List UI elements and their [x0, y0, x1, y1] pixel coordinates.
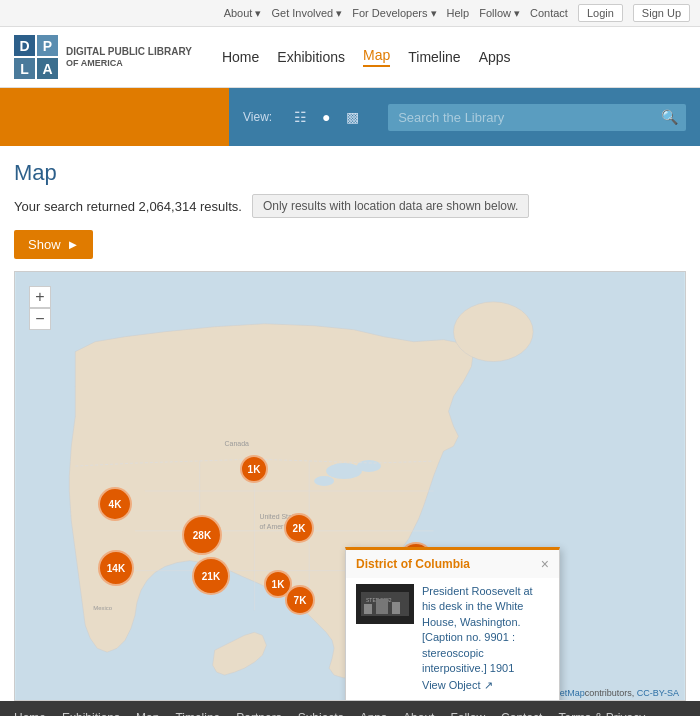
topbar-follow[interactable]: Follow ▾ [479, 7, 520, 20]
svg-rect-18 [392, 602, 400, 614]
zoom-out-button[interactable]: − [29, 308, 51, 330]
nav-map[interactable]: Map [363, 47, 390, 67]
footer-follow[interactable]: Follow [450, 711, 485, 716]
logo-l: L [14, 58, 35, 79]
footer-timeline[interactable]: Timeline [175, 711, 220, 716]
popup-header: District of Columbia × [346, 550, 559, 578]
signup-button[interactable]: Sign Up [633, 4, 690, 22]
search-input[interactable] [388, 104, 686, 131]
topbar-about[interactable]: About ▾ [224, 7, 262, 20]
view-grid-icon[interactable]: ☷ [290, 107, 310, 127]
info-badge: Only results with location data are show… [252, 194, 529, 218]
footer-contact[interactable]: Contact [501, 711, 542, 716]
footer-exhibitions[interactable]: Exhibitions [62, 711, 120, 716]
main-nav: Home Exhibitions Map Timeline Apps [222, 47, 511, 67]
logo-a: A [37, 58, 58, 79]
external-link-icon: ↗ [484, 678, 493, 693]
popup-title: District of Columbia [356, 557, 470, 571]
cluster-1k-wa[interactable]: 1K [240, 455, 268, 483]
footer-map[interactable]: Map [136, 711, 159, 716]
search-box: 🔍 [388, 104, 686, 131]
zoom-in-button[interactable]: + [29, 286, 51, 308]
svg-point-2 [357, 460, 381, 472]
nav-exhibitions[interactable]: Exhibitions [277, 49, 345, 65]
cluster-14k[interactable]: 14K [98, 550, 134, 586]
svg-rect-16 [364, 604, 372, 614]
logo-text: DIGITAL PUBLIC LIBRARY OF AMERICA [66, 45, 192, 70]
footer-about[interactable]: About [403, 711, 434, 716]
logo-squares: D P L A [14, 35, 58, 79]
topbar-contact[interactable]: Contact [530, 7, 568, 19]
footer-nav: Home Exhibitions Map Timeline Partners S… [0, 701, 700, 716]
login-button[interactable]: Login [578, 4, 623, 22]
nav-timeline[interactable]: Timeline [408, 49, 460, 65]
popup-thumb-1: STEP 9082 [356, 584, 414, 624]
cluster-7k[interactable]: 7K [285, 585, 315, 615]
topbar-get-involved[interactable]: Get Involved ▾ [271, 7, 342, 20]
cluster-28k[interactable]: 28K [182, 515, 222, 555]
footer-terms[interactable]: Terms & Privacy [558, 711, 645, 716]
logo[interactable]: D P L A DIGITAL PUBLIC LIBRARY OF AMERIC… [14, 35, 192, 79]
header: D P L A DIGITAL PUBLIC LIBRARY OF AMERIC… [0, 27, 700, 88]
chevron-right-icon: ► [67, 237, 80, 252]
nav-home[interactable]: Home [222, 49, 259, 65]
svg-text:Mexico: Mexico [93, 605, 113, 611]
cluster-4k[interactable]: 4K [98, 487, 132, 521]
topbar-help[interactable]: Help [447, 7, 470, 19]
hero-orange-block [0, 88, 229, 146]
result-count: Your search returned 2,064,314 results. [14, 199, 242, 214]
footer-subjects[interactable]: Subjects [298, 711, 344, 716]
search-result-row: Your search returned 2,064,314 results. … [14, 194, 686, 218]
view-icons: ☷ ● ▩ [290, 107, 362, 127]
topbar-for-developers[interactable]: For Developers ▾ [352, 7, 436, 20]
search-icon[interactable]: 🔍 [661, 109, 678, 125]
popup-body: STEP 9082 President Roosevelt at his des… [346, 578, 559, 701]
cluster-2k[interactable]: 2K [284, 513, 314, 543]
page-title: Map [14, 160, 686, 186]
map-popup: District of Columbia × STEP 9082 [345, 547, 560, 701]
popup-item-1: STEP 9082 President Roosevelt at his des… [356, 584, 549, 701]
svg-point-1 [326, 463, 362, 479]
view-label: View: [243, 110, 272, 124]
footer-apps[interactable]: Apps [360, 711, 387, 716]
show-button[interactable]: Show ► [14, 230, 93, 259]
svg-point-3 [314, 476, 334, 486]
logo-p: P [37, 35, 58, 56]
search-block: View: ☷ ● ▩ 🔍 [229, 88, 700, 146]
nav-apps[interactable]: Apps [479, 49, 511, 65]
logo-d: D [14, 35, 35, 56]
view-chart-icon[interactable]: ▩ [342, 107, 362, 127]
cc-link[interactable]: CC-BY-SA [637, 688, 679, 698]
view-object-1-link[interactable]: View Object ↗ [422, 678, 549, 693]
svg-point-8 [454, 302, 534, 362]
map-zoom-controls: + − [29, 286, 51, 330]
map-container[interactable]: United States of America Canada Mexico +… [14, 271, 686, 701]
popup-close-button[interactable]: × [541, 556, 549, 572]
view-map-icon[interactable]: ● [316, 107, 336, 127]
footer-home[interactable]: Home [14, 711, 46, 716]
popup-item-1-text: President Roosevelt at his desk in the W… [422, 584, 549, 694]
top-bar: About ▾ Get Involved ▾ For Developers ▾ … [0, 0, 700, 27]
search-strip: View: ☷ ● ▩ 🔍 [0, 88, 700, 146]
svg-rect-17 [376, 599, 388, 614]
footer-partners[interactable]: Partners [236, 711, 281, 716]
svg-text:Canada: Canada [225, 440, 249, 447]
cluster-21k[interactable]: 21K [192, 557, 230, 595]
page-content: Map Your search returned 2,064,314 resul… [0, 146, 700, 701]
